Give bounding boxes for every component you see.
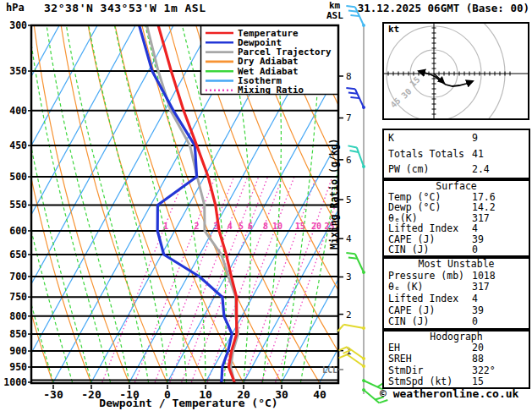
datetime-label: 31.12.2025 06GMT (Base: 00) [358, 2, 529, 14]
svg-text:6: 6 [346, 155, 352, 166]
row-value: 9 [472, 130, 478, 146]
row-value: 41 [472, 146, 484, 162]
svg-text:350: 350 [9, 65, 27, 77]
wind-barb [337, 322, 365, 336]
table-row: CIN (J)0 [384, 244, 529, 255]
svg-text:900: 900 [9, 345, 27, 357]
svg-text:450: 450 [9, 140, 27, 151]
svg-text:3: 3 [213, 222, 218, 231]
svg-text:8: 8 [346, 71, 352, 82]
hodograph-unit-label: kt [388, 24, 399, 35]
skewt-chart-page: 1234568101520253003504004505005506006507… [0, 0, 532, 411]
svg-text:15: 15 [295, 222, 305, 231]
table-title: Hodograph [384, 332, 529, 342]
table-row: StmSpd (kt)15 [384, 376, 529, 387]
table-row: K9 [384, 130, 529, 146]
table-row: θₑ (K)317 [384, 282, 529, 293]
svg-text:20: 20 [311, 222, 321, 231]
table-title: Most Unstable [384, 259, 529, 271]
svg-text:300: 300 [9, 19, 27, 31]
svg-text:2: 2 [346, 310, 352, 321]
wind-barb [346, 84, 365, 112]
legend: TemperatureDewpointParcel TrajectoryDry … [201, 26, 338, 96]
row-value: 0 [472, 316, 478, 328]
page-title: 32°38'N 343°53'W 1m ASL [44, 2, 206, 14]
svg-text:950: 950 [9, 361, 27, 373]
table-row: Pressure (mb)1018 [384, 271, 529, 282]
mixing-ratio-labels: 123456810152025 [163, 222, 335, 231]
svg-text:6: 6 [248, 222, 253, 231]
svg-text:700: 700 [9, 271, 27, 282]
table-surface: SurfaceTemp (°C)17.6Dewp (°C)14.2θₑ(K)31… [382, 179, 530, 257]
row-value: 14.2 [472, 202, 496, 213]
table-row: CIN (J)0 [384, 316, 529, 328]
row-value: 2.4 [472, 162, 490, 178]
svg-text:10: 10 [272, 222, 282, 231]
pressure-axis-unit: hPa [6, 2, 25, 14]
row-label: K [388, 132, 394, 144]
row-label: Lifted Index [388, 293, 458, 304]
legend-label: Mixing Ratio [238, 85, 304, 96]
asl-axis-unit: ASL [326, 10, 343, 21]
mixing-ratio-axis-label: Mixing Ratio (g/kg) [328, 140, 340, 249]
row-value: 88 [472, 353, 484, 364]
table-indices: K9Totals Totals41PW (cm)2.4 [382, 129, 530, 179]
row-label: CIN (J) [388, 315, 429, 327]
row-value: 4 [472, 223, 478, 234]
table-row: PW (cm)2.4 [384, 162, 529, 178]
row-label: θₑ (K) [388, 281, 424, 293]
svg-text:3: 3 [346, 271, 352, 282]
row-label: CAPE (J) [388, 304, 435, 316]
table-row: CAPE (J)39 [384, 305, 529, 317]
svg-text:600: 600 [9, 225, 27, 237]
x-axis-label: Dewpoint / Temperature (°C) [49, 397, 328, 409]
lcl-label: LCL [322, 365, 337, 375]
hodograph: 153045kt [358, 0, 529, 150]
row-label: EH [388, 342, 400, 353]
pressure-tick-labels: 3003504004505005506006507007508008509009… [3, 19, 31, 388]
row-label: CIN (J) [388, 244, 429, 255]
svg-text:650: 650 [9, 249, 27, 260]
row-value: 39 [472, 305, 484, 317]
svg-text:2: 2 [195, 222, 200, 231]
svg-text:400: 400 [9, 105, 27, 117]
row-label: Pressure (mb) [388, 270, 464, 282]
table-most-unstable: Most UnstablePressure (mb)1018θₑ (K)317L… [382, 257, 530, 330]
svg-text:500: 500 [9, 171, 27, 183]
svg-text:4: 4 [346, 233, 352, 244]
wind-barb [339, 342, 366, 365]
row-value: 317 [472, 282, 490, 293]
svg-text:800: 800 [9, 310, 27, 322]
svg-text:850: 850 [9, 328, 27, 340]
svg-text:5: 5 [239, 222, 244, 231]
row-value: 1018 [472, 271, 496, 282]
row-value: 0 [472, 244, 478, 255]
svg-text:5: 5 [346, 195, 352, 206]
svg-text:550: 550 [9, 199, 27, 211]
svg-text:1: 1 [163, 222, 168, 231]
svg-text:1000: 1000 [3, 376, 27, 388]
row-value: 4 [472, 293, 478, 305]
row-label: StmSpd (kt) [388, 375, 452, 387]
copyright-label: © weatheronline.co.uk [380, 387, 518, 400]
svg-text:4: 4 [228, 222, 233, 231]
row-label: Totals Totals [388, 148, 464, 160]
table-hodograph: HodographEH20SREH88StmDir322°StmSpd (kt)… [382, 330, 530, 389]
row-value: 322° [472, 365, 496, 376]
row-label: StmDir [388, 364, 424, 376]
row-label: SREH [388, 353, 412, 364]
svg-text:750: 750 [9, 291, 27, 303]
row-value: 15 [472, 376, 484, 387]
table-row: Lifted Index4 [384, 293, 529, 305]
row-label: PW (cm) [388, 163, 429, 175]
svg-text:8: 8 [263, 222, 268, 231]
table-row: Totals Totals41 [384, 146, 529, 162]
svg-text:7: 7 [346, 112, 352, 123]
